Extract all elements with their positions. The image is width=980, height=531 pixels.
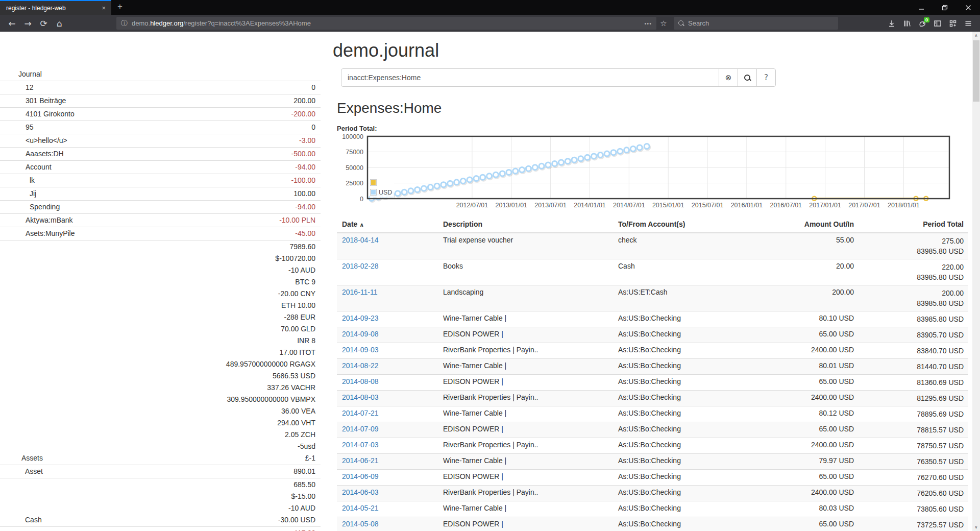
account-link[interactable]: Asset	[0, 466, 43, 477]
scrollbar-thumb[interactable]	[973, 40, 979, 102]
date-link[interactable]: 2014-09-23	[342, 314, 379, 322]
column-header-date[interactable]: Date ∧	[337, 216, 438, 233]
new-tab-button[interactable]: +	[111, 0, 129, 15]
submit-search-button[interactable]	[738, 68, 757, 87]
svg-text:25000: 25000	[346, 180, 363, 187]
window-minimize-button[interactable]	[910, 0, 933, 15]
tab-register[interactable]: register - hledger-web ×	[0, 0, 111, 15]
date-link[interactable]: 2014-07-09	[342, 425, 379, 433]
home-icon[interactable]: ⌂	[52, 17, 67, 30]
table-row: 2014-06-21Wine-Tarner Cable |As:US:Bo:Ch…	[337, 454, 968, 470]
description-cell: EDISON POWER |	[438, 327, 613, 343]
amount-cell: 80.10 USD	[741, 311, 858, 327]
period-total-chart: 02500050000750001000002012/07/012013/01/…	[337, 133, 968, 210]
date-link[interactable]: 2014-05-08	[342, 520, 379, 528]
sidebar-row: Spending-94.00	[0, 201, 321, 214]
description-cell: Trial expense voucher	[438, 233, 613, 259]
account-link[interactable]: Assets	[0, 452, 43, 464]
period-total-cell: 81295.69 USD	[858, 391, 968, 406]
amount-cell: 55.00	[741, 233, 858, 259]
period-total-cell: 76270.60 USD	[858, 470, 968, 486]
account-link[interactable]: 12	[0, 82, 34, 93]
scroll-up-icon[interactable]: ∧	[972, 32, 980, 39]
account-link[interactable]: Spending	[0, 201, 60, 213]
table-row: 2014-07-09EDISON POWER |As:US:Bo:Checkin…	[337, 422, 968, 438]
menu-hamburger-icon[interactable]	[961, 17, 976, 30]
date-link[interactable]: 2014-05-21	[342, 504, 379, 512]
date-link[interactable]: 2014-08-08	[342, 377, 379, 385]
date-link[interactable]: 2014-08-22	[342, 361, 379, 370]
account-link[interactable]: Journal	[0, 68, 42, 80]
column-header-tofrom[interactable]: To/From Account(s)	[613, 216, 741, 233]
forward-icon[interactable]: →	[20, 17, 36, 30]
sidebar-row: Cash685.50$-15.00-10 AUD-30.00 USD	[0, 478, 321, 527]
sidebar-row: lk-100.00	[0, 174, 321, 187]
description-cell: Wine-Tarner Cable |	[438, 406, 613, 422]
library-icon[interactable]	[899, 17, 915, 30]
account-link[interactable]: 301 Beiträge	[0, 95, 66, 107]
tofrom-cell: As:US:Bo:Checking	[613, 311, 741, 327]
table-row: 2014-09-08EDISON POWER |As:US:Bo:Checkin…	[337, 327, 968, 343]
sidebar-row: 301 Beiträge200.00	[0, 94, 321, 108]
date-link[interactable]: 2018-04-14	[342, 236, 379, 244]
amount-cell: 80.01 USD	[741, 359, 858, 375]
column-header-description[interactable]: Description	[438, 216, 613, 233]
tofrom-cell: As:US:Bo:Checking	[613, 470, 741, 486]
reload-icon[interactable]: ⟳	[36, 17, 52, 30]
sidebar-toggle-icon[interactable]	[930, 17, 945, 30]
date-link[interactable]: 2014-06-09	[342, 472, 379, 480]
search-help-button[interactable]: ?	[756, 68, 776, 87]
tofrom-cell: As:US:Bo:Checking	[613, 454, 741, 470]
date-link[interactable]: 2014-08-03	[342, 393, 379, 401]
account-link[interactable]: Jij	[0, 188, 36, 200]
tab-close-icon[interactable]: ×	[100, 4, 107, 12]
date-link[interactable]: 2014-07-21	[342, 409, 379, 417]
account-link[interactable]: Account	[0, 161, 52, 173]
window-close-button[interactable]	[957, 0, 980, 15]
scroll-down-icon[interactable]: ∨	[972, 523, 980, 531]
search-icon	[678, 20, 684, 27]
account-link[interactable]: 95	[0, 122, 34, 133]
account-link[interactable]: <u>hello</u>	[0, 135, 67, 147]
register-header-row: Date ∧ Description To/From Account(s) Am…	[337, 216, 968, 233]
date-link[interactable]: 2018-02-28	[342, 262, 379, 270]
date-link[interactable]: 2014-09-03	[342, 346, 379, 354]
tofrom-cell: check	[613, 233, 741, 259]
browser-search-input[interactable]: Search	[674, 17, 838, 30]
account-link[interactable]: Asets:MunyPile	[0, 228, 75, 239]
window-restore-button[interactable]	[933, 0, 957, 15]
date-link[interactable]: 2014-06-03	[342, 488, 379, 496]
date-link[interactable]: 2016-11-11	[342, 288, 378, 296]
tofrom-cell: As:US:Bo:Checking	[613, 486, 741, 501]
tofrom-cell: As:US:Bo:Checking	[613, 438, 741, 454]
period-total-cell: 78895.69 USD	[858, 406, 968, 422]
amount-cell: 2400.00 USD	[741, 438, 858, 454]
back-icon[interactable]: ←	[4, 17, 20, 30]
query-input[interactable]	[341, 68, 719, 87]
account-link[interactable]: Aktywa:mBank	[0, 214, 73, 226]
account-link[interactable]: Aaasets:DH	[0, 148, 64, 160]
clear-query-button[interactable]: ⊗	[719, 68, 738, 87]
url-bar[interactable]: ⓘ demo.hledger.org/register?q=inacct%3AE…	[116, 17, 656, 30]
extension-icon[interactable]: 0	[915, 17, 930, 30]
date-link[interactable]: 2014-06-21	[342, 456, 379, 465]
account-link[interactable]: Cash	[0, 514, 42, 526]
sidebar-row: <u>hello</u>-3.00	[0, 134, 321, 148]
sidebar-row: Assets7989.60$-100720.00-10 AUDBTC 9-20.…	[0, 240, 321, 465]
downloads-icon[interactable]	[884, 17, 899, 30]
account-link[interactable]: lk	[0, 175, 35, 186]
page-scrollbar[interactable]: ∧ ∨	[972, 32, 980, 531]
apps-grid-icon[interactable]	[945, 17, 961, 30]
date-link[interactable]: 2014-07-03	[342, 441, 379, 449]
date-link[interactable]: 2014-09-08	[342, 330, 379, 338]
svg-text:2017/07/01: 2017/07/01	[848, 202, 880, 209]
site-info-icon[interactable]: ⓘ	[121, 19, 128, 28]
tofrom-cell: As:US:Bo:Checking	[613, 501, 741, 517]
column-header-period-total[interactable]: Period Total	[858, 216, 968, 233]
period-total-cell: 78815.57 USD	[858, 422, 968, 438]
column-header-amount[interactable]: Amount Out/In	[741, 216, 858, 233]
bookmark-star-icon[interactable]: ☆	[656, 19, 671, 28]
page-actions-icon[interactable]: •••	[644, 20, 652, 27]
sidebar-table: Journal120301 Beiträge200.004101 Girokon…	[0, 68, 321, 531]
account-link[interactable]: 4101 Girokonto	[0, 108, 75, 120]
